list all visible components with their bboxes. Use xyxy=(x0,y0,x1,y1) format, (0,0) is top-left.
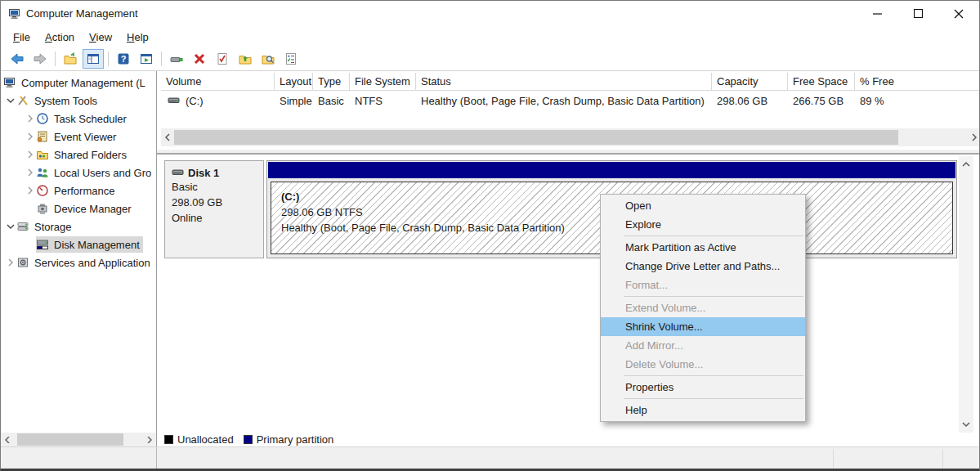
menu-item-shrink-volume[interactable]: Shrink Volume... xyxy=(601,317,805,336)
menu-view[interactable]: View xyxy=(82,29,119,46)
column-header-percent-free[interactable]: % Free xyxy=(855,73,980,90)
console-tree-pane: Computer Management (L System Tools Task… xyxy=(1,71,157,446)
disk-pane-vertical-scrollbar xyxy=(959,156,973,433)
scroll-right-icon[interactable] xyxy=(968,128,980,146)
pane-splitter[interactable] xyxy=(157,149,980,155)
delete-icon[interactable] xyxy=(189,49,210,69)
primary-partition-label: Primary partition xyxy=(257,433,334,446)
chevron-expanded-icon[interactable] xyxy=(5,95,16,106)
menu-item-delete-volume: Delete Volume... xyxy=(601,355,805,374)
update-icon[interactable] xyxy=(166,49,187,69)
disk-name: Disk 1 xyxy=(188,167,219,179)
column-header-layout[interactable]: Layout xyxy=(275,73,313,90)
unallocated-swatch xyxy=(164,435,173,444)
volume-capacity: 298.06 GB xyxy=(712,91,788,110)
volume-name: (C:) xyxy=(186,95,204,107)
menu-help[interactable]: Help xyxy=(119,29,156,46)
action-pane-icon[interactable] xyxy=(136,49,157,69)
forward-icon[interactable] xyxy=(29,49,51,69)
tree-item-local-users-and-groups[interactable]: Local Users and Gro xyxy=(1,164,156,182)
tree-item-disk-management[interactable]: Disk Management xyxy=(1,236,156,253)
column-header-capacity[interactable]: Capacity xyxy=(712,73,788,90)
disk-icon xyxy=(172,166,188,179)
menu-file[interactable]: File xyxy=(6,29,38,46)
performance-icon xyxy=(36,184,51,197)
tree-item-computer-management[interactable]: Computer Management (L xyxy=(1,74,156,92)
chevron-collapsed-icon[interactable] xyxy=(25,131,36,142)
tree-item-performance[interactable]: Performance xyxy=(1,182,156,200)
find-folder-icon[interactable] xyxy=(257,49,279,69)
chevron-collapsed-icon[interactable] xyxy=(25,185,36,196)
title-bar: Computer Management xyxy=(1,1,979,26)
console-tree-icon[interactable] xyxy=(83,49,104,69)
menu-item-change-drive-letter[interactable]: Change Drive Letter and Paths... xyxy=(601,257,805,276)
menu-item-mark-partition-active[interactable]: Mark Partition as Active xyxy=(601,238,805,257)
computer-management-window: Computer Management File Action View Hel… xyxy=(0,0,980,471)
volume-list-header: Volume Layout Type File System Status Ca… xyxy=(161,73,980,91)
menu-item-extend-volume: Extend Volume... xyxy=(601,298,805,317)
volume-row-c[interactable]: (C:) Simple Basic NTFS Healthy (Boot, Pa… xyxy=(161,91,980,110)
column-header-type[interactable]: Type xyxy=(313,73,350,90)
tree-item-event-viewer[interactable]: Event Viewer xyxy=(1,128,156,146)
window-title: Computer Management xyxy=(26,7,138,20)
tree-item-device-manager[interactable]: Device Manager xyxy=(1,200,156,218)
menu-separator xyxy=(624,236,803,236)
volume-percent-free: 89 % xyxy=(855,91,980,110)
computer-icon xyxy=(3,76,18,89)
column-header-free-space[interactable]: Free Space xyxy=(788,73,855,90)
menu-item-help[interactable]: Help xyxy=(601,401,805,419)
open-folder-icon[interactable] xyxy=(60,49,81,69)
tree-item-shared-folders[interactable]: Shared Folders xyxy=(1,146,156,164)
toolbar-separator xyxy=(55,52,56,66)
tree-item-storage[interactable]: Storage xyxy=(1,218,156,236)
disk1-info-panel[interactable]: Disk 1 Basic 298.09 GB Online xyxy=(164,160,264,258)
menu-item-explore[interactable]: Explore xyxy=(601,215,805,234)
volume-type: Basic xyxy=(313,91,350,110)
menu-action[interactable]: Action xyxy=(38,29,82,46)
scroll-up-icon[interactable] xyxy=(959,158,973,171)
tree-item-task-scheduler[interactable]: Task Scheduler xyxy=(1,110,156,128)
scrollbar-thumb[interactable] xyxy=(174,130,898,145)
close-button[interactable] xyxy=(938,1,979,26)
scroll-down-icon[interactable] xyxy=(959,418,973,431)
column-header-volume[interactable]: Volume xyxy=(161,73,275,90)
chevron-collapsed-icon[interactable] xyxy=(25,149,36,160)
scroll-left-icon[interactable] xyxy=(1,433,14,446)
toolbar-separator xyxy=(108,52,109,66)
tree-item-services-and-applications[interactable]: Services and Application xyxy=(1,253,156,271)
menu-separator xyxy=(624,375,803,376)
help-icon[interactable]: ? xyxy=(113,49,134,69)
checklist-icon[interactable] xyxy=(280,49,302,69)
up-folder-icon[interactable] xyxy=(235,49,256,69)
column-header-file-system[interactable]: File System xyxy=(350,73,416,90)
chevron-collapsed-icon[interactable] xyxy=(25,167,36,178)
scrollbar-thumb[interactable] xyxy=(17,433,123,446)
partition-legend: Unallocated Primary partition xyxy=(164,433,333,446)
menu-item-open[interactable]: Open xyxy=(601,196,805,215)
chevron-expanded-icon[interactable] xyxy=(5,221,16,232)
chevron-collapsed-icon[interactable] xyxy=(5,257,16,268)
event-viewer-icon xyxy=(36,130,51,143)
scroll-left-icon[interactable] xyxy=(161,128,174,146)
disk-management-icon xyxy=(36,238,51,251)
shared-folders-icon xyxy=(36,148,51,161)
partition-color-bar xyxy=(268,162,955,178)
maximize-button[interactable] xyxy=(897,1,938,26)
primary-partition-swatch xyxy=(244,435,253,444)
minimize-button[interactable] xyxy=(857,1,897,26)
column-header-status[interactable]: Status xyxy=(416,73,712,90)
volume-status: Healthy (Boot, Page File, Crash Dump, Ba… xyxy=(416,91,712,110)
volume-disk-icon xyxy=(168,94,181,107)
status-bar xyxy=(1,446,979,471)
console-tree: Computer Management (L System Tools Task… xyxy=(1,71,156,271)
local-users-icon xyxy=(36,166,51,179)
scroll-right-icon[interactable] xyxy=(143,433,156,446)
tree-item-system-tools[interactable]: System Tools xyxy=(1,92,156,110)
back-icon[interactable] xyxy=(7,49,28,69)
chevron-collapsed-icon[interactable] xyxy=(25,113,36,124)
menu-item-properties[interactable]: Properties xyxy=(601,378,805,397)
properties-icon[interactable] xyxy=(212,49,233,69)
disk-type: Basic xyxy=(172,179,263,195)
pane-divider xyxy=(156,447,157,471)
statusbar-divider xyxy=(942,449,943,470)
